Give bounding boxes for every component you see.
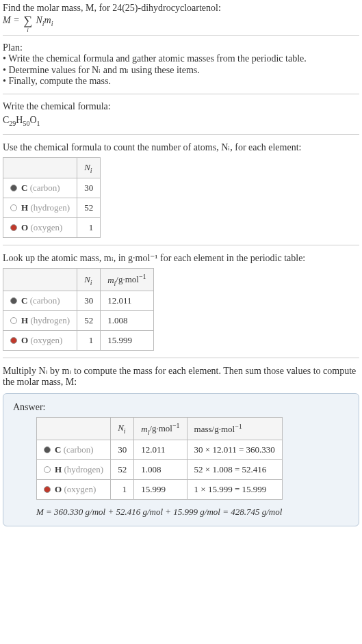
plan-item: • Finally, compute the mass. [3, 76, 359, 87]
swatch-icon [10, 337, 17, 344]
plan-item: • Write the chemical formula and gather … [3, 53, 359, 64]
empty-header [3, 269, 77, 291]
sub-o: 1 [37, 120, 40, 127]
n-header: Ni [111, 418, 134, 440]
elem-name: (hydrogen) [30, 315, 70, 325]
mass-header: mass/g·mol−1 [187, 418, 282, 440]
n-header: Ni [77, 157, 101, 178]
table-row: H (hydrogen) 52 1.008 52 × 1.008 = 52.41… [37, 460, 283, 480]
element-cell: O (oxygen) [3, 331, 77, 351]
divider [3, 94, 359, 94]
elem-symbol: O [21, 222, 28, 232]
elem-name: (carbon) [30, 183, 60, 193]
m-header: mi/g·mol−1 [101, 269, 153, 291]
table-row: O (oxygen) 1 15.999 [3, 331, 154, 351]
table-header-row: Ni [3, 157, 101, 178]
m-value: 15.999 [101, 331, 153, 351]
divider [3, 134, 359, 135]
final-answer: M = 360.330 g/mol + 52.416 g/mol + 15.99… [36, 507, 349, 518]
table-row: H (hydrogen) 52 [3, 198, 101, 218]
step-label: Look up the atomic mass, mᵢ, in g·mol⁻¹ … [3, 252, 359, 264]
n-value: 30 [77, 178, 101, 198]
m-value: 1.008 [101, 311, 153, 331]
count-table: Ni C (carbon) 30 H (hydrogen) 52 O (oxyg… [3, 157, 101, 239]
n-value: 1 [77, 218, 101, 238]
count-section: Use the chemical formula to count the nu… [3, 142, 359, 239]
table-row: O (oxygen) 1 15.999 1 × 15.999 = 15.999 [37, 480, 283, 500]
step-label: Write the chemical formula: [3, 101, 359, 112]
table-row: O (oxygen) 1 [3, 218, 101, 238]
step-label: Multiply Nᵢ by mᵢ to compute the mass fo… [3, 365, 359, 388]
multiply-section: Multiply Nᵢ by mᵢ to compute the mass fo… [3, 365, 359, 388]
answer-table: Ni mi/g·mol−1 mass/g·mol−1 C (carbon) 30… [36, 417, 283, 500]
n-value: 1 [77, 331, 101, 351]
n-header: Ni [77, 269, 101, 291]
elem-name: (oxygen) [64, 484, 96, 494]
answer-heading: Answer: [13, 402, 349, 413]
swatch-icon [44, 466, 51, 473]
elem-symbol: C [55, 444, 61, 455]
element-cell: C (carbon) [3, 178, 77, 198]
elem-symbol: O [21, 335, 28, 345]
elem-symbol: H [21, 315, 28, 325]
elem-symbol: O [55, 484, 62, 494]
element-cell: H (hydrogen) [3, 311, 77, 331]
table-header-row: Ni mi/g·mol−1 mass/g·mol−1 [37, 418, 283, 440]
elem-name: (carbon) [30, 295, 60, 306]
step-label: Use the chemical formula to count the nu… [3, 142, 359, 153]
chemical-formula-section: Write the chemical formula: C29H50O1 [3, 101, 359, 127]
elem-symbol: C [21, 183, 27, 193]
swatch-icon [44, 486, 51, 493]
n-value: 52 [111, 460, 134, 480]
elem-symbol: H [21, 202, 28, 213]
elem-name: (oxygen) [30, 222, 62, 232]
answer-box: Answer: Ni mi/g·mol−1 mass/g·mol−1 C (ca… [3, 393, 359, 526]
element-cell: C (carbon) [37, 440, 111, 460]
m-value: 1.008 [134, 460, 187, 480]
n-value: 30 [77, 291, 101, 311]
divider [3, 245, 359, 245]
elem-name: (hydrogen) [64, 464, 103, 474]
table-header-row: Ni mi/g·mol−1 [3, 269, 154, 291]
chemical-formula: C29H50O1 [3, 115, 359, 127]
n-value: 30 [111, 440, 134, 460]
intro-text: Find the molar mass, M, for 24(25)-dihyd… [3, 3, 221, 13]
element-cell: O (oxygen) [37, 480, 111, 500]
calc-value: 30 × 12.011 = 360.330 [187, 440, 282, 460]
elem-h: H [16, 115, 23, 125]
elem-symbol: H [55, 464, 62, 474]
sub-h: 50 [23, 120, 29, 127]
n-value: 1 [111, 480, 134, 500]
table-row: C (carbon) 30 12.011 [3, 291, 154, 311]
n-value: 52 [77, 311, 101, 331]
element-cell: H (hydrogen) [37, 460, 111, 480]
empty-header [3, 157, 77, 178]
plan-section: Plan: • Write the chemical formula and g… [3, 42, 359, 87]
swatch-icon [44, 446, 51, 453]
n-value: 52 [77, 198, 101, 218]
swatch-icon [10, 185, 17, 191]
m-value: 12.011 [134, 440, 187, 460]
divider [3, 358, 359, 358]
element-cell: C (carbon) [3, 291, 77, 311]
calc-value: 52 × 1.008 = 52.416 [187, 460, 282, 480]
table-row: C (carbon) 30 12.011 30 × 12.011 = 360.3… [37, 440, 283, 460]
m-value: 12.011 [101, 291, 153, 311]
swatch-icon [10, 224, 17, 231]
elem-c: C [3, 115, 9, 125]
elem-name: (oxygen) [30, 335, 62, 345]
table-row: H (hydrogen) 52 1.008 [3, 311, 154, 331]
swatch-icon [10, 317, 17, 324]
m-header: mi/g·mol−1 [134, 418, 187, 440]
elem-name: (carbon) [64, 444, 94, 455]
plan-heading: Plan: [3, 42, 359, 53]
elem-name: (hydrogen) [30, 202, 70, 213]
empty-header [37, 418, 111, 440]
elem-o: O [29, 115, 36, 125]
calc-value: 1 × 15.999 = 15.999 [187, 480, 282, 500]
table-row: C (carbon) 30 [3, 178, 101, 198]
intro-line: Find the molar mass, M, for 24(25)-dihyd… [3, 3, 359, 28]
sub-c: 29 [9, 120, 16, 127]
plan-item: • Determine values for Nᵢ and mᵢ using t… [3, 64, 359, 76]
mass-table: Ni mi/g·mol−1 C (carbon) 30 12.011 H (hy… [3, 268, 154, 351]
